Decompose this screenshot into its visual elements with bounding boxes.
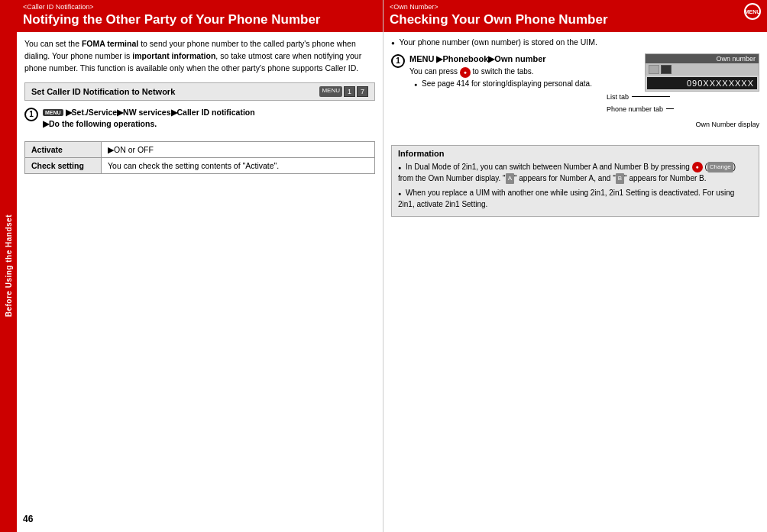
right-page: <Own Number> Checking Your Own Phone Num…	[384, 0, 767, 532]
right-header: <Own Number> Checking Your Own Phone Num…	[384, 0, 767, 32]
left-header-title: Notifying the Other Party of Your Phone …	[23, 12, 377, 27]
circle-red-icon: ●	[692, 162, 703, 172]
icon-a: A	[506, 173, 514, 184]
table-cell-label-2: Check setting	[25, 158, 102, 174]
right-header-title: Checking Your Own Phone Number	[390, 12, 739, 27]
info-table: Activate ▶ON or OFF Check setting You ca…	[24, 141, 375, 174]
table-row: Activate ▶ON or OFF	[25, 142, 375, 158]
intro-text: You can set the FOMA terminal to send yo…	[24, 38, 375, 74]
right-header-small: <Own Number>	[390, 3, 739, 11]
diagram-number: 090XXXXXXXX	[647, 77, 757, 89]
information-title: Information	[398, 149, 752, 158]
label-phone-tab: Phone number tab	[607, 105, 674, 113]
step-circle-1: 1	[391, 54, 405, 68]
tab-icon-2	[661, 65, 672, 74]
icon-b: B	[616, 173, 624, 184]
menu-icon: MENU	[43, 109, 63, 116]
bullet-uim-text: Your phone number (own number) is stored…	[391, 37, 759, 49]
right-header-content: <Own Number> Checking Your Own Phone Num…	[390, 3, 739, 27]
step-main-text: MENU ▶Phonebook▶Own number	[409, 53, 600, 65]
step-1-text: MENU ▶Set./Service▶NW services▶Caller ID…	[43, 107, 255, 131]
set-box: Set Caller ID Notification to Network ME…	[24, 82, 375, 101]
info-bullet-1: In Dual Mode of 2in1, you can switch bet…	[398, 161, 752, 185]
left-header-small: <Caller ID Notification>	[23, 3, 377, 11]
step-menu-icon: MENU	[409, 54, 434, 63]
menu-circle-icon: MENU	[744, 3, 761, 20]
page-number: 46	[23, 514, 33, 524]
circle-icon: ●	[460, 67, 471, 78]
left-sidebar: Before Using the Handset	[0, 0, 17, 532]
label-own-display: Own Number display	[695, 121, 759, 128]
left-page: Before Using the Handset <Caller ID Noti…	[0, 0, 384, 532]
table-container: Activate ▶ON or OFF Check setting You ca…	[24, 141, 375, 174]
information-box: Information In Dual Mode of 2in1, you ca…	[391, 145, 759, 218]
badge-menu: MENU	[319, 86, 342, 97]
step-1-container: 1 MENU ▶Set./Service▶NW services▶Caller …	[24, 107, 375, 136]
badge-1: 1	[344, 86, 355, 97]
diagram-labels-area: List tab Phone number tab Own Number dis…	[607, 93, 759, 139]
right-body: Your phone number (own number) is stored…	[384, 32, 767, 221]
diagram-title: Own number	[646, 54, 759, 63]
phone-tab-text: Phone number tab	[607, 105, 663, 113]
change-button-label: Change	[707, 162, 733, 172]
step-sub-text: You can press ● to switch the tabs.	[409, 66, 600, 77]
set-box-title: Set Caller ID Notification to Network	[31, 87, 175, 96]
sidebar-label: Before Using the Handset	[5, 214, 13, 317]
left-content: <Caller ID Notification> Notifying the O…	[17, 0, 383, 532]
badge-7: 7	[357, 86, 368, 97]
bullet-uim-span: Your phone number (own number) is stored…	[400, 37, 597, 47]
sub-bullet-page: See page 414 for storing/displaying pers…	[414, 78, 600, 89]
list-tab-text: List tab	[607, 93, 629, 101]
set-box-badges: MENU 1 7	[319, 86, 368, 97]
table-cell-label-1: Activate	[25, 142, 102, 158]
table-cell-value-1: ▶ON or OFF	[102, 142, 375, 158]
intro-span: You can set the FOMA terminal to send yo…	[24, 39, 361, 73]
diagram-tabs	[646, 63, 759, 76]
table-row: Check setting You can check the setting …	[25, 158, 375, 174]
step-content: MENU ▶Phonebook▶Own number You can press…	[409, 53, 600, 89]
left-header: <Caller ID Notification> Notifying the O…	[17, 0, 383, 32]
table-cell-value-2: You can check the setting contents of "A…	[102, 158, 375, 174]
left-body: You can set the FOMA terminal to send yo…	[17, 32, 383, 180]
tab-icon-1	[649, 65, 659, 74]
label-list-tab: List tab	[607, 93, 670, 101]
info-bullet-2: When you replace a UIM with another one …	[398, 187, 752, 210]
diagram-container: Own number 090XXXXXXXX List tab	[607, 53, 759, 139]
step-1-circle: 1	[24, 108, 38, 121]
step-1-row: 1 MENU ▶Phonebook▶Own number You can pre…	[391, 53, 600, 89]
menu-circle-text: MENU	[745, 9, 761, 15]
